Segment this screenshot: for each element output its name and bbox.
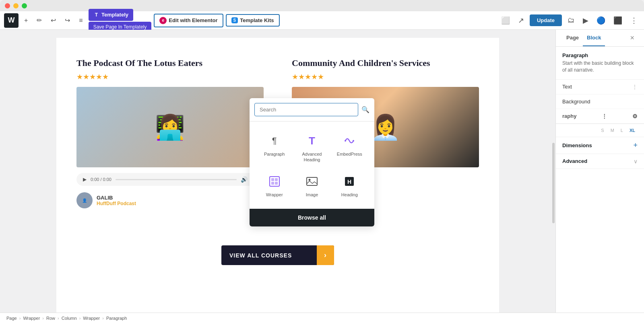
- block-item-advanced-heading[interactable]: T Advanced Heading: [293, 128, 330, 168]
- add-button[interactable]: +: [21, 14, 31, 27]
- block-search-input[interactable]: [254, 103, 358, 116]
- card1-image: 👩‍💻: [76, 87, 264, 167]
- edit-button[interactable]: ✏: [33, 14, 45, 27]
- plugin-icon-1[interactable]: 🗂: [565, 14, 577, 26]
- breadcrumb-wrapper1[interactable]: Wrapper: [23, 316, 40, 321]
- dimensions-row: Dimensions +: [556, 137, 644, 154]
- breadcrumb-sep-1: ›: [19, 316, 21, 321]
- plugin-icon-2[interactable]: ▶: [580, 14, 591, 27]
- canvas-scrollbar[interactable]: [552, 143, 555, 223]
- elementor-logo-icon: e: [159, 17, 167, 24]
- wrapper-block-icon: [266, 173, 283, 189]
- panel-text-label: Text: [562, 84, 572, 90]
- size-opt-xl[interactable]: XL: [627, 127, 638, 134]
- breadcrumb-sep-2: ›: [42, 316, 44, 321]
- plugin-icon-3[interactable]: 🔵: [594, 14, 608, 27]
- card1-author-tag: HuffDuff Podcast: [97, 201, 136, 206]
- panel-tabs: Page Block ×: [556, 30, 644, 47]
- templately-group: T Templately Save Page In Templately: [89, 9, 152, 32]
- block-item-embedpress[interactable]: EmbedPress: [331, 128, 368, 168]
- breadcrumb-sep-4: ›: [79, 316, 81, 321]
- traffic-light-yellow[interactable]: [13, 3, 19, 8]
- size-options: S M L XL: [599, 127, 638, 134]
- audio-progress-bar[interactable]: [116, 179, 237, 180]
- breadcrumb-row[interactable]: Row: [46, 316, 55, 321]
- svg-rect-4: [275, 178, 278, 181]
- edit-elementor-button[interactable]: e Edit with Elementor: [154, 14, 223, 27]
- menu-button[interactable]: ≡: [76, 14, 86, 27]
- panel-text-icon: ⋮: [632, 84, 638, 90]
- block-search-icon: 🔍: [361, 106, 369, 113]
- right-panel: Page Block × Paragraph Start with the ba…: [555, 30, 644, 313]
- card1-author-info: GALIB HuffDuff Podcast: [97, 195, 136, 206]
- typography-header: raphy ⋮ ⚙: [556, 109, 644, 124]
- breadcrumb: Page › Wrapper › Row › Column › Wrapper …: [0, 313, 644, 323]
- template-kits-button[interactable]: S Template Kits: [226, 14, 280, 27]
- size-opt-l[interactable]: L: [618, 127, 625, 134]
- breadcrumb-column[interactable]: Column: [62, 316, 77, 321]
- audio-time: 0:00 / 0:00: [91, 177, 111, 182]
- view-all-courses-button[interactable]: VIEW ALL COURSES ›: [221, 245, 334, 265]
- toggle-panel-icon[interactable]: ⬛: [611, 14, 625, 27]
- advanced-chevron-icon: ∨: [634, 158, 638, 165]
- responsive-desktop-icon[interactable]: ⬜: [499, 14, 512, 27]
- browse-all-button[interactable]: Browse all: [250, 209, 374, 226]
- block-item-paragraph[interactable]: ¶ Paragraph: [256, 128, 293, 168]
- advanced-row[interactable]: Advanced ∨: [556, 154, 644, 169]
- paragraph-block-icon: ¶: [266, 133, 283, 149]
- dimensions-label: Dimensions: [562, 142, 592, 148]
- tab-block[interactable]: Block: [583, 30, 605, 46]
- audio-player[interactable]: ▶ 0:00 / 0:00 🔊 ⋮: [76, 173, 264, 186]
- undo-button[interactable]: ↩: [47, 14, 59, 27]
- block-item-heading[interactable]: H Heading: [331, 169, 368, 202]
- dimensions-plus-button[interactable]: +: [633, 141, 638, 150]
- card2-stars: ★★★★★: [292, 72, 479, 81]
- external-link-icon[interactable]: ↗: [516, 14, 526, 27]
- panel-item-background[interactable]: Background: [556, 95, 644, 109]
- traffic-light-red[interactable]: [5, 3, 10, 8]
- card1-title: The Podcast Of The Lotus Eaters: [76, 58, 264, 68]
- svg-rect-6: [275, 182, 278, 185]
- typography-settings-icon[interactable]: ⚙: [632, 113, 638, 119]
- templately-button[interactable]: T Templately: [89, 9, 133, 21]
- update-button[interactable]: Update: [530, 14, 562, 26]
- template-kits-logo-icon: S: [231, 17, 238, 23]
- typography-more-icon: ⋮: [602, 113, 607, 119]
- block-item-image[interactable]: Image: [293, 169, 330, 202]
- more-options-icon[interactable]: ⋮: [628, 14, 640, 27]
- traffic-light-green[interactable]: [22, 3, 27, 8]
- card1-author-row: 👤 GALIB HuffDuff Podcast: [76, 192, 264, 208]
- panel-background-label: Background: [562, 99, 590, 105]
- card1-author-name: GALIB: [97, 195, 136, 201]
- breadcrumb-wrapper2[interactable]: Wrapper: [83, 316, 100, 321]
- advanced-heading-block-icon: T: [304, 133, 320, 149]
- main-canvas: The Podcast Of The Lotus Eaters ★★★★★ 👩‍…: [0, 30, 555, 313]
- svg-rect-5: [271, 182, 274, 185]
- svg-point-1: [353, 140, 354, 142]
- view-all-courses-label: VIEW ALL COURSES: [221, 247, 317, 264]
- svg-rect-2: [270, 177, 279, 186]
- size-row: S M L XL: [556, 124, 644, 137]
- redo-button[interactable]: ↪: [62, 14, 73, 27]
- view-all-wrapper: VIEW ALL COURSES ›: [68, 233, 487, 265]
- embedpress-block-label: EmbedPress: [337, 151, 362, 157]
- typography-label: raphy: [562, 113, 576, 119]
- main-toolbar: W + ✏ ↩ ↪ ≡ T Templately Save Page In Te…: [0, 11, 644, 30]
- block-item-wrapper[interactable]: Wrapper: [256, 169, 293, 202]
- panel-item-text[interactable]: Text ⋮: [556, 80, 644, 95]
- breadcrumb-page[interactable]: Page: [6, 316, 17, 321]
- tab-page[interactable]: Page: [562, 30, 583, 46]
- heading-block-icon: H: [341, 173, 357, 189]
- svg-point-8: [308, 179, 310, 181]
- size-opt-s[interactable]: S: [599, 127, 606, 134]
- size-opt-m[interactable]: M: [608, 127, 617, 134]
- volume-icon[interactable]: 🔊: [241, 176, 248, 183]
- image-block-label: Image: [306, 192, 318, 198]
- breadcrumb-paragraph[interactable]: Paragraph: [106, 316, 127, 321]
- wordpress-icon[interactable]: W: [4, 13, 19, 28]
- toolbar-right: ⬜ ↗ Update 🗂 ▶ 🔵 ⬛ ⋮: [499, 14, 640, 27]
- play-button-icon[interactable]: ▶: [83, 177, 87, 182]
- panel-content: Paragraph Start with the basic building …: [556, 47, 644, 313]
- panel-close-button[interactable]: ×: [627, 30, 638, 46]
- svg-rect-3: [271, 178, 274, 181]
